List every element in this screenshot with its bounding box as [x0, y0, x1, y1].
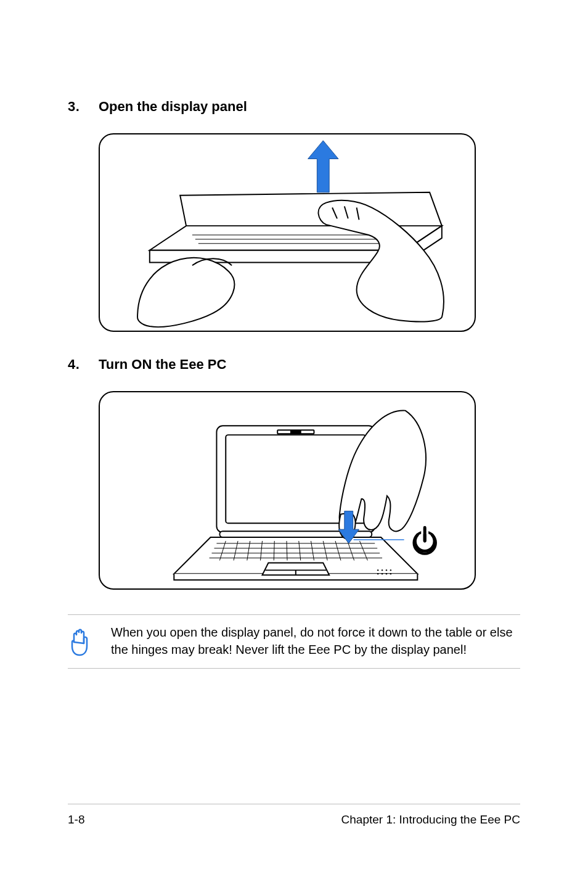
svg-point-41: [386, 573, 387, 574]
step-4-heading: 4. Turn ON the Eee PC: [68, 357, 520, 373]
svg-point-36: [382, 569, 383, 571]
illustration-power-on: [100, 392, 475, 588]
page-number: 1-8: [68, 813, 84, 827]
svg-point-37: [386, 569, 387, 571]
illustration-open-display: [100, 134, 475, 331]
figure-frame: [99, 133, 476, 332]
step-title: Open the display panel: [99, 99, 247, 115]
figure-step-3: [99, 133, 520, 332]
arrow-up-icon: [308, 141, 338, 192]
page-footer: 1-8 Chapter 1: Introducing the Eee PC: [68, 804, 520, 827]
caution-hand-icon: [68, 624, 94, 658]
svg-point-39: [377, 573, 378, 574]
step-number: 4.: [68, 357, 99, 373]
svg-point-40: [382, 573, 383, 574]
step-3-heading: 3. Open the display panel: [68, 99, 520, 115]
caution-note: When you open the display panel, do not …: [68, 614, 520, 669]
figure-step-4: [99, 391, 520, 590]
svg-rect-15: [291, 431, 301, 433]
step-title: Turn ON the Eee PC: [99, 357, 226, 373]
caution-note-text: When you open the display panel, do not …: [111, 624, 520, 658]
page-container: 3. Open the display panel: [0, 0, 588, 887]
svg-point-42: [390, 573, 391, 574]
figure-frame: [99, 391, 476, 590]
svg-point-35: [377, 569, 378, 571]
chapter-label: Chapter 1: Introducing the Eee PC: [341, 813, 520, 827]
power-icon: [414, 527, 436, 553]
step-number: 3.: [68, 99, 99, 115]
svg-point-38: [390, 569, 391, 571]
